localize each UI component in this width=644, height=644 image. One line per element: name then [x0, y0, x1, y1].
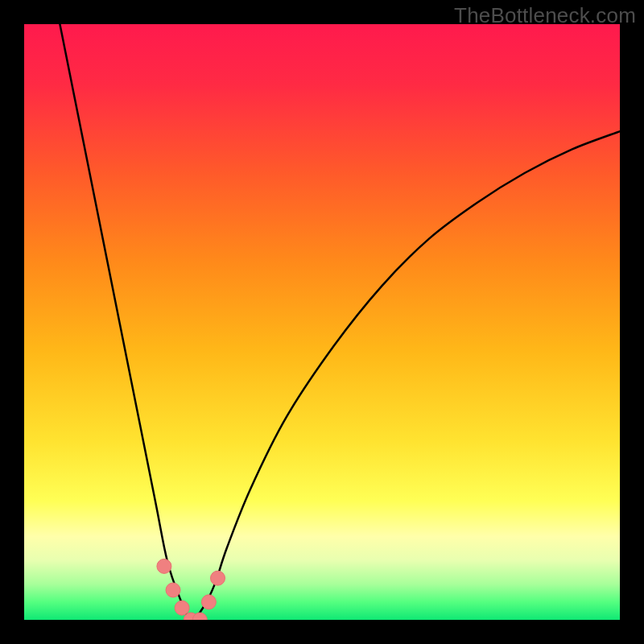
marker-dot — [157, 559, 171, 573]
marker-dot — [166, 583, 180, 597]
marker-group — [157, 559, 225, 620]
bottleneck-curve — [60, 24, 620, 620]
watermark-text: TheBottleneck.com — [454, 3, 636, 28]
chart-frame: TheBottleneck.com — [0, 0, 644, 644]
curve-layer — [24, 24, 620, 620]
marker-dot — [201, 595, 216, 609]
plot-area — [24, 24, 620, 620]
marker-dot — [175, 601, 189, 615]
marker-dot — [211, 571, 225, 585]
